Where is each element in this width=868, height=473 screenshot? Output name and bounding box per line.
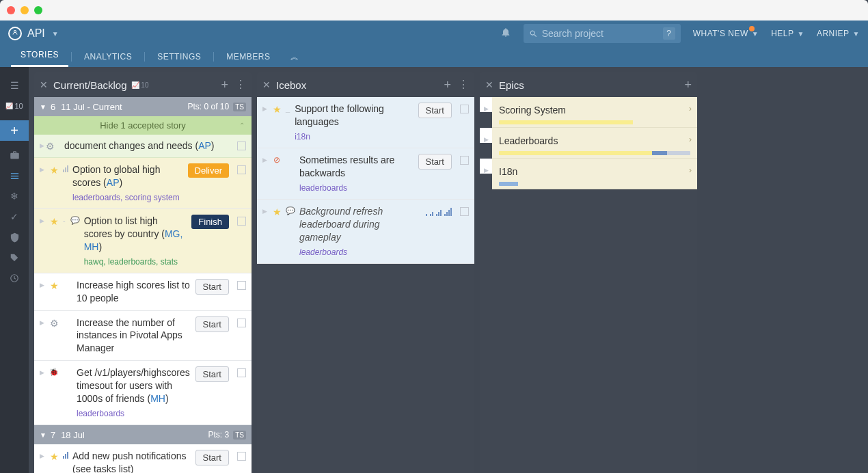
finish-button[interactable]: Finish — [191, 215, 229, 229]
story-row[interactable]: ▶ ★ 💬 Background refresh leaderboard dur… — [257, 200, 474, 264]
add-epic-icon[interactable]: + — [684, 78, 692, 92]
add-story-button[interactable]: + — [0, 120, 29, 141]
story-title: Support the following languagesi18n — [295, 103, 413, 142]
story-title: Get /v1/players/highscores timesout for … — [77, 366, 191, 419]
team-strength-icon[interactable]: TS — [233, 103, 246, 111]
story-row[interactable]: ▶ ⊘ Sometimes results are backwardsleade… — [257, 148, 474, 200]
story-row[interactable]: ▶ ★ Option to global high scores (AP)lea… — [34, 158, 252, 209]
select-checkbox[interactable] — [237, 368, 246, 377]
panel-menu-icon[interactable]: ⋮ — [458, 78, 469, 92]
project-icon — [8, 27, 22, 40]
start-button[interactable]: Start — [195, 366, 229, 382]
start-button[interactable]: Start — [418, 154, 452, 170]
story-row[interactable]: ▶ ⚙ Increase the number of instances in … — [34, 311, 252, 362]
expand-icon[interactable]: ▶ — [262, 157, 268, 163]
search-input[interactable] — [542, 28, 663, 39]
chore-icon: ⚙ — [50, 318, 59, 329]
rail-labels-icon[interactable] — [0, 247, 29, 268]
menu-icon[interactable]: ☰ — [0, 75, 29, 96]
rail-icebox-icon[interactable]: ❄ — [0, 186, 29, 206]
select-checkbox[interactable] — [460, 105, 469, 113]
rail-blocked-icon[interactable] — [0, 227, 29, 247]
expand-icon[interactable]: ▶ — [40, 166, 45, 173]
epic-row[interactable]: I18n › — [492, 159, 697, 189]
expand-icon[interactable]: ▶ — [480, 128, 492, 143]
close-panel-icon[interactable]: ✕ — [485, 79, 493, 90]
close-panel-icon[interactable]: ✕ — [262, 79, 271, 90]
select-checkbox[interactable] — [237, 165, 246, 174]
velocity-indicator[interactable]: 📈10 — [0, 96, 29, 116]
minimize-window-button[interactable] — [21, 6, 29, 14]
epic-row[interactable]: Leaderboards › — [492, 128, 697, 159]
select-checkbox[interactable] — [237, 141, 246, 150]
accepted-stories-toggle[interactable]: Hide 1 accepted story⌃ — [34, 116, 252, 135]
panel-title: Current/Backlog — [53, 79, 127, 91]
search-help-icon[interactable]: ? — [663, 27, 675, 40]
estimate-icon — [63, 165, 68, 172]
epic-row[interactable]: Scoring System › — [492, 97, 697, 128]
tab-members[interactable]: MEMBERS — [217, 46, 280, 67]
select-checkbox[interactable] — [237, 281, 246, 290]
rail-history-icon[interactable] — [0, 268, 29, 288]
expand-icon[interactable]: ▶ — [262, 105, 268, 112]
collapse-nav-icon[interactable]: ︽ — [290, 51, 299, 63]
iteration-header[interactable]: ▼ 7 18 Jul Pts: 3 TS — [34, 425, 252, 444]
team-strength-icon[interactable]: TS — [233, 431, 246, 440]
expand-icon[interactable]: ▶ — [262, 208, 268, 215]
story-row[interactable]: ▶ ⚙ document changes and needs (AP) — [34, 135, 252, 158]
estimate-picker[interactable] — [426, 206, 452, 216]
rail-current-icon[interactable] — [0, 165, 29, 186]
whats-new-link[interactable]: WHAT'S NEW▼ — [693, 29, 759, 38]
expand-icon[interactable]: ▶ — [480, 159, 492, 174]
comment-icon: 💬 — [286, 206, 295, 215]
close-panel-icon[interactable]: ✕ — [40, 79, 48, 90]
rail-mywork-icon[interactable] — [0, 145, 29, 165]
feature-icon: ★ — [273, 104, 282, 115]
search-box[interactable]: ? — [524, 24, 681, 43]
epic-progress — [499, 120, 690, 124]
select-checkbox[interactable] — [237, 217, 246, 226]
story-row[interactable]: ▶ ★ _ Support the following languagesi18… — [257, 97, 474, 148]
select-checkbox[interactable] — [237, 452, 246, 461]
tab-stories[interactable]: STORIES — [11, 44, 68, 67]
estimate-icon — [63, 452, 68, 459]
collapse-icon: ▼ — [40, 431, 46, 439]
story-row[interactable]: ▶ 🐞 Get /v1/players/highscores timesout … — [34, 361, 252, 425]
notifications-icon[interactable] — [500, 27, 511, 40]
panel-menu-icon[interactable]: ⋮ — [235, 78, 246, 92]
close-window-button[interactable] — [7, 6, 15, 14]
add-story-icon[interactable]: + — [444, 78, 451, 92]
tab-analytics[interactable]: ANALYTICS — [74, 46, 141, 67]
story-row[interactable]: ▶ ★ - 💬 Option to list high scores by co… — [34, 209, 252, 273]
expand-icon[interactable]: ▶ — [40, 452, 45, 459]
user-menu[interactable]: ARNIEP▼ — [817, 29, 860, 38]
start-button[interactable]: Start — [195, 279, 229, 295]
select-checkbox[interactable] — [237, 319, 246, 327]
expand-icon[interactable]: ▶ — [40, 217, 45, 224]
select-checkbox[interactable] — [460, 207, 469, 216]
tab-settings[interactable]: SETTINGS — [148, 46, 211, 67]
maximize-window-button[interactable] — [34, 6, 42, 14]
expand-icon[interactable]: ▶ — [40, 319, 45, 326]
panel-velocity: 📈 10 — [131, 81, 149, 89]
start-button[interactable]: Start — [418, 103, 452, 118]
deliver-button[interactable]: Deliver — [188, 163, 229, 178]
expand-icon[interactable]: ▶ — [40, 282, 45, 288]
expand-icon[interactable]: ▶ — [480, 97, 492, 112]
start-button[interactable]: Start — [195, 316, 229, 332]
iteration-header[interactable]: ▼ 6 11 Jul - Current Pts: 0 of 10 TS — [34, 97, 252, 116]
select-checkbox[interactable] — [460, 156, 469, 165]
feature-icon: ★ — [50, 280, 59, 291]
help-link[interactable]: HELP▼ — [771, 29, 804, 38]
rail-done-icon[interactable]: ✓ — [0, 206, 29, 227]
start-button[interactable]: Start — [195, 450, 229, 465]
panel-title: Epics — [499, 79, 524, 91]
project-switcher[interactable]: API ▼ — [8, 27, 59, 40]
expand-icon[interactable]: ▶ — [40, 369, 45, 376]
story-row[interactable]: ▶ ★ Increase high scores list to 10 peop… — [34, 273, 252, 311]
story-row[interactable]: ▶ ★ Add new push notifications (see task… — [34, 444, 252, 473]
story-title: Increase high scores list to 10 people — [77, 279, 191, 305]
expand-icon[interactable]: ▶ — [40, 142, 45, 149]
add-story-icon[interactable]: + — [221, 78, 228, 92]
chevron-up-icon: ⌃ — [239, 122, 245, 129]
